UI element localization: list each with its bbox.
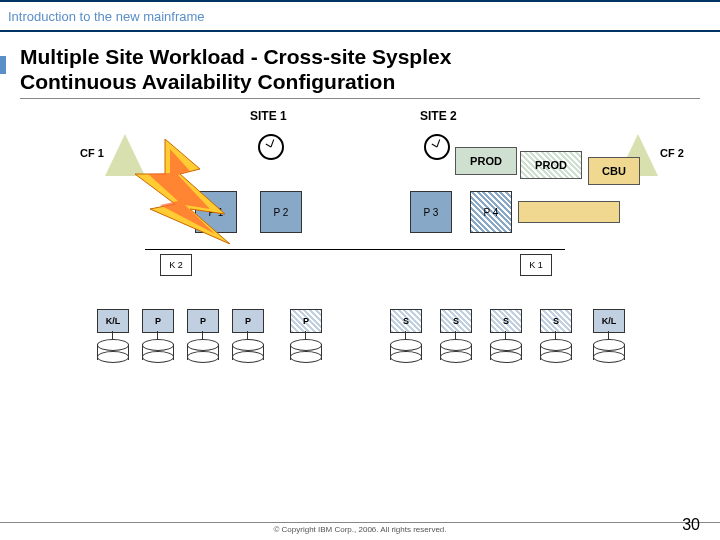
ibm-logo-icon [676, 6, 708, 26]
diagram-canvas: SITE 1 SITE 2 CF 1 CF 2 PROD PROD CBU P … [0, 99, 720, 479]
clock2-icon [424, 134, 450, 160]
site1-label: SITE 1 [250, 109, 287, 123]
cylinder-icon [440, 339, 470, 363]
p3-box: P 3 [410, 191, 452, 233]
copyright: © Copyright IBM Corp., 2006. All rights … [0, 525, 720, 534]
cylinder-icon [290, 339, 320, 363]
disk-p-3: P [232, 309, 264, 333]
header-strip: Introduction to the new mainframe [0, 2, 720, 30]
cylinder-icon [490, 339, 520, 363]
title-area: Multiple Site Workload - Cross-site Sysp… [0, 32, 720, 99]
disk-p-4: P [290, 309, 322, 333]
cbu-bar [518, 201, 620, 223]
accent-tab [0, 56, 6, 74]
cylinder-icon [97, 339, 127, 363]
disk-s-4: S [540, 309, 572, 333]
footer: © Copyright IBM Corp., 2006. All rights … [0, 522, 720, 534]
k2-box: K 2 [160, 254, 192, 276]
page-title: Multiple Site Workload - Cross-site Sysp… [20, 44, 700, 94]
disk-kl-a: K/L [97, 309, 129, 333]
prod-box-1: PROD [455, 147, 517, 175]
header-bar: Introduction to the new mainframe [0, 0, 720, 32]
p2-box: P 2 [260, 191, 302, 233]
cylinder-icon [540, 339, 570, 363]
site2-label: SITE 2 [420, 109, 457, 123]
cylinder-icon [187, 339, 217, 363]
disk-s-3: S [490, 309, 522, 333]
disk-p-2: P [187, 309, 219, 333]
k1-box: K 1 [520, 254, 552, 276]
disk-s-1: S [390, 309, 422, 333]
cbu-box: CBU [588, 157, 640, 185]
cylinder-icon [142, 339, 172, 363]
cf1-label: CF 1 [80, 147, 104, 159]
cylinder-icon [390, 339, 420, 363]
lightning-icon [130, 139, 240, 244]
disk-kl-b: K/L [593, 309, 625, 333]
disk-s-2: S [440, 309, 472, 333]
clock1-icon [258, 134, 284, 160]
cylinder-icon [593, 339, 623, 363]
cf2-label: CF 2 [660, 147, 684, 159]
prod-box-2: PROD [520, 151, 582, 179]
cylinder-icon [232, 339, 262, 363]
p4-box: P 4 [470, 191, 512, 233]
page-number: 30 [682, 516, 700, 534]
breadcrumb: Introduction to the new mainframe [8, 9, 205, 24]
connector-line [145, 249, 565, 250]
disk-p-1: P [142, 309, 174, 333]
